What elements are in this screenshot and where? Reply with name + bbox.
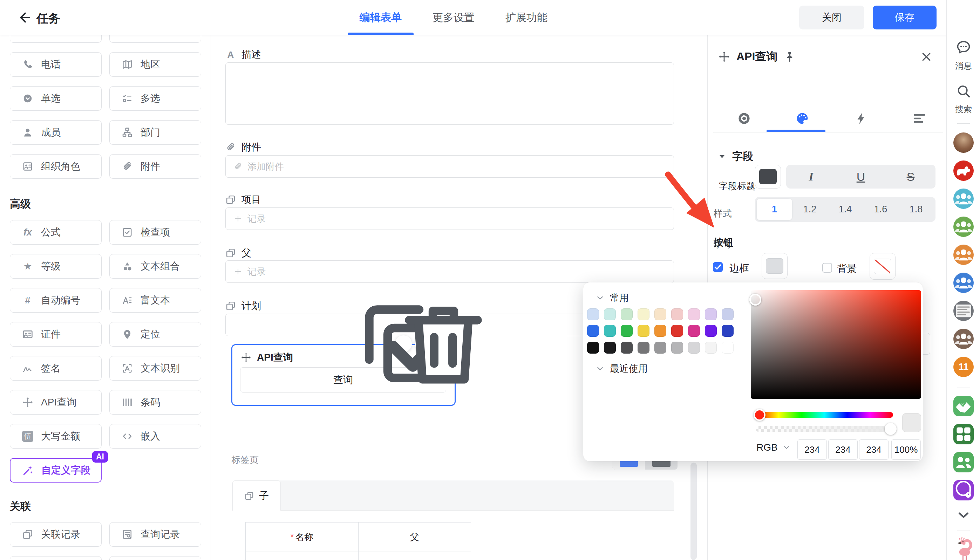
pushpin-icon[interactable] — [784, 51, 796, 63]
color-swatch[interactable] — [705, 325, 717, 337]
sidebar-item-partial[interactable] — [10, 35, 102, 43]
delete-field-button[interactable] — [435, 335, 452, 352]
sidebar-item-custom-field[interactable]: 自定义字段 AI — [10, 458, 102, 483]
sidebar-item-自动编号[interactable]: #自动编号 — [10, 288, 102, 313]
table-column-header-名称[interactable]: *名称 — [246, 523, 358, 552]
rail-collapse-chevron-icon[interactable] — [956, 507, 971, 523]
sidebar-item-文本识别[interactable]: 文本识别 — [109, 356, 201, 380]
tab-events-lightning-icon[interactable] — [854, 112, 868, 125]
color-swatch[interactable] — [638, 308, 650, 320]
textarea-描述[interactable] — [225, 62, 674, 125]
color-swatch[interactable] — [705, 308, 717, 320]
avatar-group-orange[interactable] — [953, 245, 974, 265]
color-swatch[interactable] — [621, 342, 633, 353]
border-checkbox[interactable] — [713, 262, 723, 272]
color-swatch[interactable] — [654, 342, 666, 353]
avatar-group-brown[interactable] — [953, 329, 974, 349]
color-swatch[interactable] — [688, 325, 700, 337]
tab-settings-gear-icon[interactable] — [737, 112, 751, 125]
background-color-button[interactable] — [870, 253, 895, 280]
selected-field-api-query[interactable]: API查询 查询 — [231, 344, 456, 406]
sidebar-item-嵌入[interactable]: 嵌入 — [109, 424, 201, 448]
color-swatch[interactable] — [654, 308, 666, 320]
sidebar-item-partial[interactable] — [109, 35, 201, 43]
sidebar-item-等级[interactable]: ★等级 — [10, 254, 102, 278]
sidebar-item-附件[interactable]: 附件 — [109, 154, 201, 179]
tab-child[interactable]: 子 — [232, 480, 281, 511]
sidebar-item-单选[interactable]: 单选 — [10, 86, 102, 111]
input-项目[interactable]: 记录 — [225, 207, 674, 230]
color-swatch[interactable] — [688, 308, 700, 320]
sidebar-item-证件[interactable]: 证件 — [10, 322, 102, 347]
sidebar-item-电话[interactable]: 电话 — [10, 52, 102, 77]
color-swatch[interactable] — [722, 325, 733, 337]
color-swatch[interactable] — [604, 308, 616, 320]
panel-close-icon[interactable] — [920, 50, 933, 63]
app-contacts-icon[interactable] — [953, 452, 974, 472]
sidebar-item-查询记录[interactable]: 查询记录 — [109, 522, 201, 547]
sidebar-item-检查项[interactable]: 检查项 — [109, 220, 201, 245]
color-swatch[interactable] — [621, 308, 633, 320]
color-swatch[interactable] — [587, 342, 599, 353]
font-size-option-1.6[interactable]: 1.6 — [863, 199, 898, 220]
sidebar-item-成员[interactable]: 成员 — [10, 120, 102, 145]
font-size-option-1.2[interactable]: 1.2 — [792, 199, 828, 220]
rgb-b-input[interactable] — [859, 440, 888, 460]
avatar-flamingo[interactable] — [953, 537, 974, 560]
sidebar-item-条码[interactable]: 条码 — [109, 390, 201, 415]
sidebar-item-组织角色[interactable]: 组织角色 — [10, 154, 102, 179]
sidebar-item-多选[interactable]: 多选 — [109, 86, 201, 111]
color-swatch[interactable] — [604, 342, 616, 353]
font-size-option-1.4[interactable]: 1.4 — [828, 199, 863, 220]
color-swatch[interactable] — [621, 325, 633, 337]
messages-icon[interactable] — [956, 39, 971, 55]
sidebar-item-partial[interactable] — [10, 556, 102, 560]
app-grid-icon[interactable] — [953, 424, 974, 444]
field-section-header[interactable]: 字段 — [718, 149, 753, 164]
tab-style-palette-icon[interactable] — [795, 112, 809, 125]
back-arrow-icon[interactable] — [17, 10, 31, 25]
color-swatch[interactable] — [654, 325, 666, 337]
header-tab-扩展功能[interactable]: 扩展功能 — [503, 0, 550, 35]
border-color-button[interactable] — [762, 253, 788, 279]
underline-button[interactable]: U — [836, 165, 886, 188]
avatar-group-green[interactable] — [953, 217, 974, 237]
sidebar-item-大写金额[interactable]: 伍大写金额 — [10, 424, 102, 448]
saturation-value-area[interactable] — [751, 290, 921, 399]
table-column-header-父[interactable]: 父 — [358, 523, 471, 552]
sidebar-item-部门[interactable]: 部门 — [109, 120, 201, 145]
sidebar-item-签名[interactable]: 签名 — [10, 356, 102, 380]
search-icon[interactable] — [956, 83, 971, 99]
hue-thumb[interactable] — [753, 409, 765, 421]
sidebar-item-partial[interactable] — [109, 556, 201, 560]
hue-slider[interactable] — [756, 412, 893, 418]
sidebar-item-关联记录[interactable]: 关联记录 — [10, 522, 102, 547]
recent-colors-header[interactable]: 最近使用 — [596, 362, 648, 375]
font-size-option-1.8[interactable]: 1.8 — [898, 199, 934, 220]
canvas-scrollbar[interactable] — [690, 463, 697, 560]
header-tab-编辑表单[interactable]: 编辑表单 — [358, 0, 404, 35]
avatar-dog-photo[interactable] — [953, 132, 974, 153]
background-checkbox[interactable] — [822, 263, 832, 273]
table-cell[interactable] — [246, 552, 358, 560]
font-color-button[interactable] — [755, 165, 781, 188]
sidebar-item-文本组合[interactable]: 文本组合 — [109, 254, 201, 278]
color-swatch[interactable] — [638, 325, 650, 337]
input-附件[interactable]: 添加附件 — [225, 155, 674, 178]
color-swatch[interactable] — [722, 342, 733, 353]
avatar-group-teal[interactable] — [953, 188, 974, 209]
input-父[interactable]: 记录 — [225, 260, 674, 283]
color-swatch[interactable] — [671, 342, 683, 353]
color-swatch[interactable] — [638, 342, 650, 353]
table-cell[interactable] — [358, 552, 471, 560]
app-handshake-icon[interactable] — [953, 396, 974, 416]
alpha-thumb[interactable] — [885, 423, 897, 435]
color-swatch[interactable] — [688, 342, 700, 353]
close-button[interactable]: 关闭 — [799, 6, 864, 30]
color-swatch[interactable] — [671, 308, 683, 320]
alpha-input[interactable] — [891, 440, 921, 460]
rgb-r-input[interactable] — [797, 440, 827, 460]
color-mode-select[interactable]: RGB — [757, 442, 790, 453]
save-button[interactable]: 保存 — [873, 6, 937, 30]
color-swatch[interactable] — [705, 342, 717, 353]
